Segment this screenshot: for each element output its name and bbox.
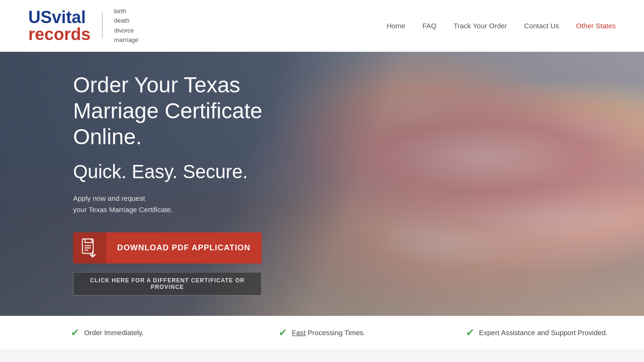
hero-subtitle: Quick. Easy. Secure. <box>73 161 283 182</box>
feature-order: ✔ Order Immediately. <box>0 327 215 339</box>
nav-faq[interactable]: FAQ <box>422 22 437 30</box>
nav-contact[interactable]: Contact Us <box>524 22 559 30</box>
check-icon-order: ✔ <box>71 327 79 339</box>
feature-processing: ✔ Fast Processing Times. <box>215 327 429 339</box>
logo-divider <box>102 13 103 39</box>
main-nav: Home FAQ Track Your Order Contact Us Oth… <box>387 22 616 30</box>
province-btn-label: CLICK HERE FOR A DIFFERENT CERTIFICATE O… <box>74 277 261 290</box>
features-bar: ✔ Order Immediately. ✔ Fast Processing T… <box>0 316 644 349</box>
download-btn-label: DOWNLOAD PDF APPLICATION <box>106 243 262 253</box>
header: USvital records birth death divorce marr… <box>0 0 644 52</box>
bottom-section <box>0 349 644 362</box>
logo-records: records <box>28 25 91 44</box>
feature-support-text: Expert Assistance and Support Provided. <box>479 329 608 337</box>
pdf-icon-container <box>73 232 106 263</box>
pdf-icon <box>82 239 98 257</box>
nav-other-states[interactable]: Other States <box>576 22 616 30</box>
feature-processing-text: Fast Processing Times. <box>292 329 365 337</box>
logo-vital: vital <box>52 8 86 27</box>
hero-description: Apply now and request your Texas Marriag… <box>73 193 283 215</box>
feature-fast-link[interactable]: Fast <box>292 329 305 337</box>
hero-title: Order Your Texas Marriage Certificate On… <box>73 72 283 150</box>
feature-order-text: Order Immediately. <box>84 329 143 337</box>
different-certificate-button[interactable]: CLICK HERE FOR A DIFFERENT CERTIFICATE O… <box>73 272 262 296</box>
hero-content: Order Your Texas Marriage Certificate On… <box>0 72 283 296</box>
logo-text: USvital records <box>28 9 91 43</box>
feature-support: ✔ Expert Assistance and Support Provided… <box>429 327 644 339</box>
hero-section: Order Your Texas Marriage Certificate On… <box>0 52 644 316</box>
nav-track[interactable]: Track Your Order <box>454 22 507 30</box>
svg-rect-0 <box>83 239 93 253</box>
logo-taglines: birth death divorce marriage <box>114 7 138 44</box>
check-icon-processing: ✔ <box>279 327 287 339</box>
nav-home[interactable]: Home <box>387 22 405 30</box>
logo: USvital records birth death divorce marr… <box>28 7 138 44</box>
logo-us: US <box>28 8 52 27</box>
check-icon-support: ✔ <box>466 327 474 339</box>
download-pdf-button[interactable]: DOWNLOAD PDF APPLICATION <box>73 232 262 263</box>
